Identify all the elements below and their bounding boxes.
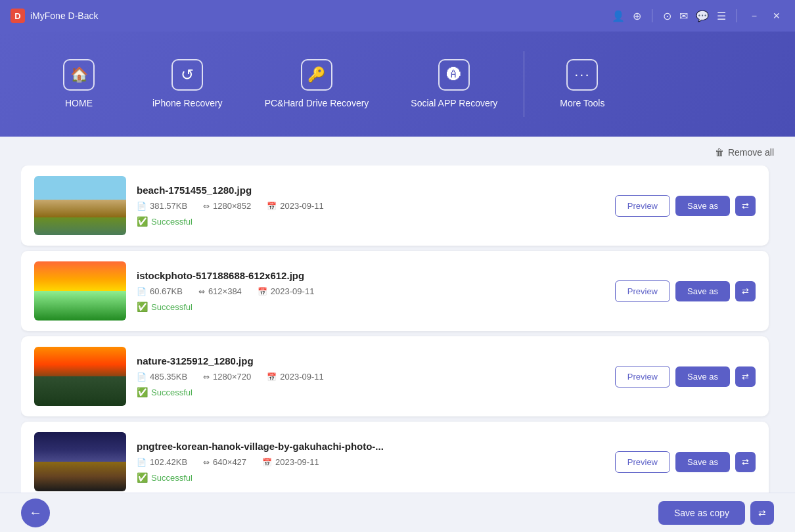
file-size-item: 📄 485.35KB	[137, 372, 187, 382]
minimize-button[interactable]: −	[748, 9, 761, 22]
preview-button[interactable]: Preview	[615, 366, 670, 388]
file-thumbnail	[34, 432, 126, 491]
file-info: beach-1751455_1280.jpg 📄 381.57KB ⇔ 1280…	[137, 185, 604, 227]
chat-icon[interactable]: 💬	[696, 10, 709, 22]
dimensions-icon: ⇔	[203, 202, 210, 211]
file-actions: Preview Save as ⇄	[615, 451, 756, 473]
calendar-icon: 📅	[258, 287, 267, 296]
nav-label-pc-recovery: PC&Hard Drive Recovery	[265, 97, 369, 109]
status-check-icon: ✅	[137, 216, 148, 227]
separator2	[737, 9, 737, 22]
file-dimensions: 1280×720	[213, 372, 251, 382]
file-date: 2023-09-11	[275, 457, 319, 467]
nav-bar: 🏠 HOME ↺ iPhone Recovery 🔑 PC&Hard Drive…	[0, 32, 795, 137]
file-info: istockphoto-517188688-612x612.jpg 📄 60.6…	[137, 270, 604, 312]
more-options-button[interactable]: ⇄	[735, 452, 756, 472]
save-as-button[interactable]: Save as	[675, 281, 730, 301]
file-thumbnail	[34, 176, 126, 235]
status-label: Successful	[151, 217, 193, 227]
nav-item-iphone-recovery[interactable]: ↺ iPhone Recovery	[131, 49, 244, 120]
file-actions: Preview Save as ⇄	[615, 366, 756, 388]
home-icon: 🏠	[63, 59, 95, 91]
remove-all-button[interactable]: 🗑 Remove all	[715, 147, 774, 158]
more-bottom-button[interactable]: ⇄	[750, 501, 774, 525]
calendar-icon: 📅	[262, 458, 272, 467]
back-button[interactable]: ←	[21, 499, 50, 527]
file-size-item: 📄 60.67KB	[137, 286, 183, 296]
save-as-copy-button[interactable]: Save as copy	[658, 501, 745, 525]
mail-icon[interactable]: ✉	[679, 10, 688, 22]
discord-icon[interactable]: ⊕	[633, 10, 641, 22]
status-check-icon: ✅	[137, 472, 148, 483]
nav-item-social-app[interactable]: 🅐 Social APP Recovery	[390, 49, 518, 120]
nav-label-more-tools: More Tools	[560, 97, 604, 109]
file-status: ✅ Successful	[137, 387, 604, 397]
file-item: istockphoto-517188688-612x612.jpg 📄 60.6…	[21, 251, 769, 331]
file-dimensions: 612×384	[208, 286, 242, 296]
content-area: 🗑 Remove all beach-1751455_1280.jpg 📄 38…	[0, 137, 795, 493]
file-size: 60.67KB	[150, 286, 183, 296]
person-icon[interactable]: 👤	[612, 10, 625, 22]
calendar-icon: 📅	[267, 202, 277, 211]
file-meta: 📄 485.35KB ⇔ 1280×720 📅 2023-09-11	[137, 372, 604, 382]
status-check-icon: ✅	[137, 301, 148, 312]
more-tools-icon: ···	[566, 59, 598, 91]
dimensions-icon: ⇔	[203, 458, 210, 467]
file-dimensions-item: ⇔ 1280×852	[203, 201, 251, 211]
file-name: istockphoto-517188688-612x612.jpg	[137, 270, 604, 281]
file-dimensions-item: ⇔ 612×384	[198, 286, 242, 296]
file-meta: 📄 60.67KB ⇔ 612×384 📅 2023-09-11	[137, 286, 604, 296]
nav-item-pc-recovery[interactable]: 🔑 PC&Hard Drive Recovery	[244, 49, 390, 120]
separator	[652, 9, 652, 22]
file-size-item: 📄 102.42KB	[137, 457, 187, 467]
file-icon: 📄	[137, 202, 147, 211]
title-bar: D iMyFone D-Back 👤 ⊕ ⊙ ✉ 💬 ☰ − ✕	[0, 0, 795, 32]
file-dimensions: 640×427	[213, 457, 246, 467]
file-dimensions-item: ⇔ 640×427	[203, 457, 246, 467]
file-info: nature-3125912_1280.jpg 📄 485.35KB ⇔ 128…	[137, 355, 604, 397]
more-options-button[interactable]: ⇄	[735, 281, 756, 301]
preview-button[interactable]: Preview	[615, 280, 670, 302]
app-logo: D	[11, 9, 25, 23]
file-dimensions-item: ⇔ 1280×720	[203, 372, 251, 382]
save-as-button[interactable]: Save as	[675, 452, 730, 472]
file-name: beach-1751455_1280.jpg	[137, 185, 604, 196]
bottom-bar: ← Save as copy ⇄	[0, 493, 795, 532]
nav-separator	[524, 51, 524, 117]
preview-button[interactable]: Preview	[615, 451, 670, 473]
file-status: ✅ Successful	[137, 301, 604, 312]
nav-item-home[interactable]: 🏠 HOME	[26, 49, 131, 120]
file-thumbnail	[34, 347, 126, 406]
file-date-item: 📅 2023-09-11	[258, 286, 315, 296]
status-label: Successful	[151, 473, 193, 483]
dimensions-icon: ⇔	[203, 372, 210, 382]
file-icon: 📄	[137, 458, 147, 467]
preview-button[interactable]: Preview	[615, 195, 670, 217]
app-title: iMyFone D-Back	[30, 11, 98, 21]
pc-recovery-icon: 🔑	[301, 59, 332, 91]
remove-all-bar: 🗑 Remove all	[21, 147, 774, 158]
save-as-button[interactable]: Save as	[675, 196, 730, 216]
nav-item-more-tools[interactable]: ··· More Tools	[530, 49, 635, 120]
file-date: 2023-09-11	[280, 372, 324, 382]
more-options-button[interactable]: ⇄	[735, 366, 756, 387]
nav-label-social-app: Social APP Recovery	[411, 97, 497, 109]
file-status: ✅ Successful	[137, 472, 604, 483]
more-options-button[interactable]: ⇄	[735, 196, 756, 216]
file-meta: 📄 381.57KB ⇔ 1280×852 📅 2023-09-11	[137, 201, 604, 211]
remove-all-label: Remove all	[728, 147, 774, 158]
file-date-item: 📅 2023-09-11	[267, 372, 324, 382]
close-button[interactable]: ✕	[769, 9, 784, 22]
status-label: Successful	[151, 388, 193, 397]
bottom-right-actions: Save as copy ⇄	[658, 501, 774, 525]
file-size: 485.35KB	[150, 372, 187, 382]
title-bar-right: 👤 ⊕ ⊙ ✉ 💬 ☰ − ✕	[612, 9, 784, 22]
settings-icon[interactable]: ⊙	[663, 10, 671, 22]
trash-icon: 🗑	[715, 147, 724, 158]
file-name: nature-3125912_1280.jpg	[137, 355, 604, 366]
dimensions-icon: ⇔	[198, 287, 205, 296]
menu-icon[interactable]: ☰	[717, 10, 726, 22]
file-item: nature-3125912_1280.jpg 📄 485.35KB ⇔ 128…	[21, 336, 769, 416]
save-as-button[interactable]: Save as	[675, 366, 730, 387]
file-dimensions: 1280×852	[213, 201, 251, 211]
